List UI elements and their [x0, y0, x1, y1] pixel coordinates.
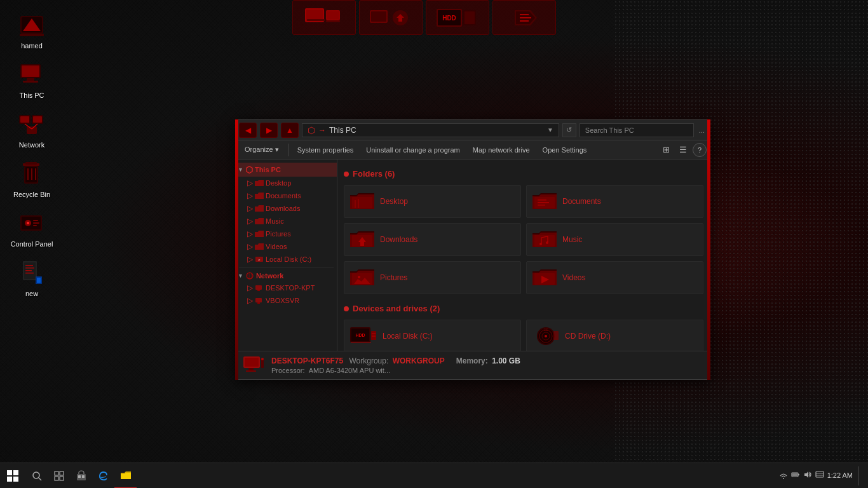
tree-item-vboxsvr[interactable]: ▷ VBOXSVR — [236, 294, 337, 307]
tree-item-desktop-kpt[interactable]: ▷ DESKTOP-KPT — [236, 281, 337, 294]
tree-pc-icon: ⬡ — [245, 165, 253, 175]
tree-network-expand: ▼ — [238, 273, 243, 279]
tree-item-this-pc[interactable]: ▼ ⬡ This PC — [236, 163, 337, 177]
address-dropdown-icon[interactable]: ▼ — [547, 126, 553, 133]
svg-rect-108 — [55, 477, 58, 480]
svg-point-91 — [545, 335, 547, 337]
tray-volume-icon[interactable] — [803, 470, 812, 481]
toolbar-btn-2[interactable] — [359, 0, 423, 35]
system-properties-button[interactable]: System properties — [292, 143, 360, 157]
folder-item-downloads[interactable]: Downloads — [344, 223, 521, 256]
svg-rect-6 — [27, 78, 34, 81]
folder-item-pictures[interactable]: Pictures — [344, 261, 521, 294]
organize-button[interactable]: Organize ▾ — [239, 143, 285, 157]
uninstall-programs-button[interactable]: Uninstall or change a program — [360, 143, 465, 157]
drive-item-c[interactable]: HDD Local Disk (C:) — [344, 320, 521, 351]
svg-rect-107 — [60, 471, 64, 475]
up-button[interactable]: ▲ — [281, 123, 299, 138]
desktop-icon-new[interactable]: new — [6, 254, 57, 301]
view-options-button[interactable]: ⊞ — [658, 143, 674, 157]
svg-rect-37 — [37, 278, 41, 283]
tree-folder-icon-videos: ▷ — [247, 242, 253, 251]
open-settings-button[interactable]: Open Settings — [537, 143, 593, 157]
store-button[interactable] — [70, 463, 92, 489]
drive-c-icon: HDD — [349, 323, 377, 349]
svg-rect-83 — [371, 331, 376, 340]
drive-c-name: Local Disk (C:) — [383, 332, 515, 341]
folder-name-music: Music — [562, 235, 582, 244]
help-button[interactable]: ? — [693, 143, 707, 157]
svg-text:C: C — [259, 259, 261, 262]
back-button[interactable]: ◀ — [239, 123, 257, 138]
desktop-icon-recycle-bin[interactable]: Recycle Bin — [6, 155, 57, 201]
tree-item-pictures[interactable]: ▷ Pictures — [236, 227, 337, 240]
search-box[interactable]: Search This PC — [580, 123, 694, 137]
tray-network-icon[interactable] — [779, 470, 788, 481]
taskbar-search-button[interactable] — [25, 463, 48, 489]
sidebar-tree: ▼ ⬡ This PC ▷ Desktop ▷ Documents — [236, 159, 337, 351]
tree-local-disk-label: Local Disk (C:) — [266, 255, 311, 263]
desktop-icon-control-panel[interactable]: Control Panel — [6, 205, 57, 251]
svg-rect-3 — [20, 34, 44, 36]
folder-icon-documents — [532, 189, 557, 214]
desktop-icon-hamed[interactable]: hamed — [6, 6, 57, 53]
tree-item-documents[interactable]: ▷ Documents — [236, 189, 337, 202]
svg-rect-40 — [307, 19, 325, 21]
tree-item-downloads[interactable]: ▷ Downloads — [236, 202, 337, 215]
folder-item-music[interactable]: Music — [526, 223, 703, 256]
tree-item-network[interactable]: ▼ Network — [236, 270, 337, 281]
show-desktop-button[interactable] — [858, 466, 862, 485]
status-workgroup-label: Workgroup: — [349, 356, 388, 365]
tray-battery-icon[interactable] — [791, 470, 800, 481]
tree-music-label: Music — [266, 217, 284, 225]
drive-item-d[interactable]: CD CD Drive (D:) — [526, 320, 703, 351]
status-pc-icon — [242, 354, 265, 377]
toolbar-btn-1[interactable] — [292, 0, 356, 35]
toolbar-btn-4[interactable] — [492, 0, 556, 35]
forward-button[interactable]: ▶ — [260, 123, 278, 138]
svg-rect-109 — [60, 477, 64, 480]
taskbar-time[interactable]: 1:22 AM — [827, 471, 853, 480]
tree-folder-icon-pictures: ▷ — [247, 229, 253, 238]
edge-button[interactable] — [92, 463, 114, 489]
svg-rect-29 — [33, 225, 37, 226]
folder-item-documents[interactable]: Documents — [526, 185, 703, 218]
tree-network-pc-icon: ▷ — [247, 283, 253, 292]
folder-item-videos[interactable]: Videos — [526, 261, 703, 294]
tree-item-local-disk[interactable]: ▷ C Local Disk (C:) — [236, 253, 337, 266]
more-button[interactable]: ... — [697, 126, 707, 134]
svg-rect-116 — [792, 473, 797, 476]
tree-item-desktop[interactable]: ▷ Desktop — [236, 177, 337, 189]
control-panel-label: Control Panel — [11, 240, 53, 248]
drive-c-info: Local Disk (C:) — [383, 332, 515, 341]
folder-icon-music — [532, 227, 557, 252]
tree-downloads-label: Downloads — [266, 205, 300, 212]
svg-rect-51 — [465, 11, 475, 24]
svg-rect-95 — [245, 358, 259, 367]
svg-rect-98 — [261, 359, 264, 368]
this-pc-label: This PC — [19, 92, 44, 99]
folders-title: Folders (6) — [353, 169, 395, 179]
svg-rect-112 — [82, 475, 85, 478]
tree-item-music[interactable]: ▷ Music — [236, 215, 337, 227]
svg-rect-61 — [257, 290, 260, 291]
task-view-button[interactable] — [48, 463, 70, 489]
svg-rect-7 — [23, 81, 38, 83]
folder-item-desktop[interactable]: Desktop — [344, 185, 521, 218]
address-input[interactable]: ⬡ → This PC ▼ — [302, 123, 559, 137]
new-label: new — [25, 290, 38, 297]
start-button[interactable] — [0, 463, 25, 489]
explorer-button[interactable] — [114, 463, 137, 489]
tray-message-icon[interactable] — [815, 470, 824, 481]
tree-item-videos[interactable]: ▷ Videos — [236, 240, 337, 253]
refresh-button[interactable]: ↺ — [562, 123, 576, 137]
drives-dot — [344, 306, 349, 311]
map-network-drive-button[interactable]: Map network drive — [467, 143, 536, 157]
toolbar-btn-3[interactable]: HDD — [426, 0, 489, 35]
drive-d-top: CD CD Drive (D:) — [532, 323, 698, 349]
desktop-icon-this-pc[interactable]: This PC — [6, 56, 57, 102]
desktop: hamed This PC — [0, 0, 868, 488]
view-details-button[interactable]: ☰ — [675, 143, 691, 157]
desktop-icon-network[interactable]: Network — [6, 105, 57, 152]
drives-title: Devices and drives (2) — [353, 304, 440, 313]
